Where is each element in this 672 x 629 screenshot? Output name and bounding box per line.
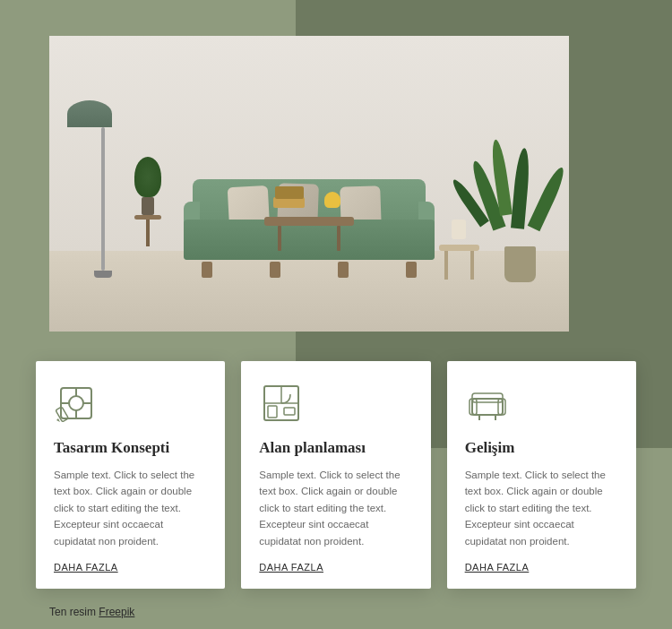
card-3-text: Sample text. Click to select the text bo… [465, 467, 618, 549]
card-development: Gelişim Sample text. Click to select the… [447, 361, 636, 589]
credit-text: Ten resim [49, 606, 99, 618]
card-1-link[interactable]: DAHA FAZLA [54, 562, 207, 573]
development-icon [465, 381, 510, 426]
coffee-table [264, 217, 354, 251]
cards-section: Tasarım Konsepti Sample text. Click to s… [36, 361, 636, 589]
svg-rect-11 [268, 406, 277, 418]
card-2-text: Sample text. Click to select the text bo… [259, 467, 412, 549]
card-planning: Alan planlaması Sample text. Click to se… [241, 361, 430, 589]
svg-point-1 [69, 396, 83, 410]
planning-icon [259, 381, 304, 426]
design-concept-icon [54, 381, 99, 426]
small-plant-left [134, 157, 161, 246]
svg-rect-12 [284, 408, 295, 415]
card-3-link[interactable]: DAHA FAZLA [465, 562, 618, 573]
card-2-link[interactable]: DAHA FAZLA [259, 562, 412, 573]
hero-image-container [49, 36, 569, 332]
credit-link[interactable]: Freepik [99, 606, 134, 618]
hero-image [49, 36, 569, 332]
card-design-concept: Tasarım Konsepti Sample text. Click to s… [36, 361, 225, 589]
card-2-title: Alan planlaması [259, 438, 412, 458]
card-1-title: Tasarım Konsepti [54, 438, 207, 458]
footer-credit: Ten resim Freepik [49, 606, 134, 618]
card-1-text: Sample text. Click to select the text bo… [54, 467, 207, 549]
card-3-title: Gelişim [465, 438, 618, 458]
floor-lamp [81, 100, 125, 278]
side-table-right [439, 245, 479, 280]
big-plant-right [484, 202, 556, 282]
svg-marker-7 [56, 418, 60, 422]
